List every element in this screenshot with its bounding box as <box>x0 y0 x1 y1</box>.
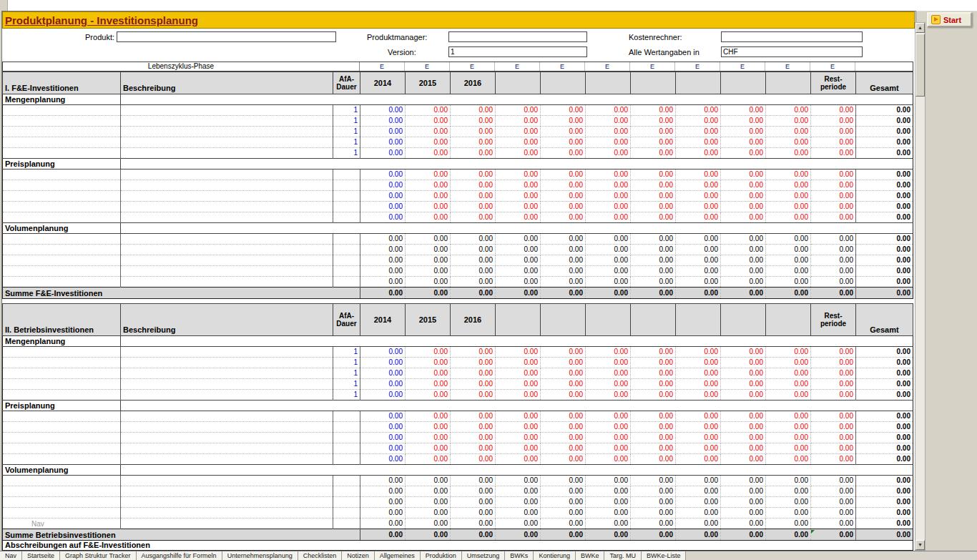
row-name-cell[interactable] <box>3 422 121 433</box>
value-cell[interactable]: 0.00 <box>406 180 451 191</box>
value-cell[interactable]: 0.00 <box>631 105 676 116</box>
value-cell[interactable]: 0.00 <box>496 234 541 245</box>
value-cell[interactable]: 0.00 <box>676 368 721 379</box>
value-cell[interactable]: 0.00 <box>496 497 541 508</box>
value-cell[interactable]: 0.00 <box>676 255 721 266</box>
afa-value-cell[interactable] <box>333 411 360 422</box>
row-name-cell[interactable] <box>3 277 121 288</box>
row-name-cell[interactable] <box>3 486 121 497</box>
value-cell[interactable]: 0.00 <box>811 127 856 137</box>
value-cell[interactable]: 0.00 <box>541 476 586 486</box>
value-cell[interactable]: 0.00 <box>676 379 721 390</box>
gesamt-value-cell[interactable]: 0.00 <box>856 191 913 202</box>
value-cell[interactable]: 0.00 <box>811 368 856 379</box>
value-cell[interactable]: 0.00 <box>541 255 586 266</box>
value-cell[interactable]: 0.00 <box>496 170 541 180</box>
value-cell[interactable]: 0.00 <box>586 379 631 390</box>
value-cell[interactable]: 0.00 <box>451 234 496 245</box>
value-cell[interactable]: 0.00 <box>811 202 856 212</box>
value-cell[interactable]: 0.00 <box>811 277 856 288</box>
value-cell[interactable]: 0.00 <box>811 379 856 390</box>
row-name-cell[interactable] <box>3 454 121 465</box>
value-cell[interactable]: 0.00 <box>496 476 541 486</box>
value-cell[interactable]: 0.00 <box>631 277 676 288</box>
beschreibung-cell[interactable] <box>121 454 333 465</box>
value-cell[interactable]: 0.00 <box>766 255 811 266</box>
value-cell[interactable]: 0.00 <box>541 212 586 223</box>
row-name-cell[interactable] <box>3 191 121 202</box>
value-cell[interactable]: 0.00 <box>586 245 631 255</box>
value-cell[interactable]: 0.00 <box>631 255 676 266</box>
value-cell[interactable]: 0.00 <box>586 137 631 148</box>
value-cell[interactable]: 0.00 <box>586 255 631 266</box>
afa-value-cell[interactable] <box>333 255 360 266</box>
value-cell[interactable]: 0.00 <box>631 170 676 180</box>
value-cell[interactable]: 0.00 <box>811 508 856 519</box>
row-name-cell[interactable] <box>3 202 121 212</box>
sheet-tab[interactable]: Notizen <box>342 551 375 560</box>
value-cell[interactable]: 0.00 <box>451 454 496 465</box>
gesamt-value-cell[interactable]: 0.00 <box>856 508 913 519</box>
value-cell[interactable]: 0.00 <box>811 212 856 223</box>
value-cell[interactable]: 0.00 <box>631 245 676 255</box>
value-cell[interactable]: 0.00 <box>360 127 406 137</box>
value-cell[interactable]: 0.00 <box>766 191 811 202</box>
value-cell[interactable]: 0.00 <box>406 105 451 116</box>
value-cell[interactable]: 0.00 <box>766 170 811 180</box>
gesamt-value-cell[interactable]: 0.00 <box>856 255 913 266</box>
vertical-scrollbar[interactable]: ▲ ▼ <box>915 22 926 551</box>
value-cell[interactable]: 0.00 <box>451 433 496 443</box>
value-cell[interactable]: 0.00 <box>676 245 721 255</box>
beschreibung-cell[interactable] <box>121 212 333 223</box>
value-cell[interactable]: 0.00 <box>496 266 541 277</box>
row-name-cell[interactable] <box>3 105 121 116</box>
value-cell[interactable]: 0.00 <box>541 191 586 202</box>
value-cell[interactable]: 0.00 <box>496 277 541 288</box>
value-cell[interactable]: 0.00 <box>676 411 721 422</box>
value-cell[interactable]: 0.00 <box>721 180 766 191</box>
value-cell[interactable]: 0.00 <box>406 379 451 390</box>
value-cell[interactable]: 0.00 <box>406 390 451 401</box>
beschreibung-cell[interactable] <box>121 411 333 422</box>
value-cell[interactable]: 0.00 <box>541 266 586 277</box>
value-cell[interactable]: 0.00 <box>721 212 766 223</box>
value-cell[interactable]: 0.00 <box>721 116 766 127</box>
value-cell[interactable]: 0.00 <box>586 411 631 422</box>
gesamt-value-cell[interactable]: 0.00 <box>856 411 913 422</box>
value-cell[interactable]: 0.00 <box>631 234 676 245</box>
value-cell[interactable]: 0.00 <box>811 486 856 497</box>
value-cell[interactable]: 0.00 <box>721 476 766 486</box>
value-cell[interactable]: 0.00 <box>406 519 451 529</box>
value-cell[interactable]: 0.00 <box>721 379 766 390</box>
value-cell[interactable]: 0.00 <box>676 519 721 529</box>
value-cell[interactable]: 0.00 <box>721 127 766 137</box>
value-cell[interactable]: 0.00 <box>496 202 541 212</box>
value-cell[interactable]: 0.00 <box>586 476 631 486</box>
beschreibung-cell[interactable] <box>121 202 333 212</box>
value-cell[interactable]: 0.00 <box>406 255 451 266</box>
value-cell[interactable]: 0.00 <box>631 116 676 127</box>
value-cell[interactable]: 0.00 <box>541 245 586 255</box>
value-cell[interactable]: 0.00 <box>766 443 811 454</box>
value-cell[interactable]: 0.00 <box>451 390 496 401</box>
value-cell[interactable]: 0.00 <box>360 116 406 127</box>
value-cell[interactable]: 0.00 <box>360 245 406 255</box>
value-cell[interactable]: 0.00 <box>451 202 496 212</box>
value-cell[interactable]: 0.00 <box>406 347 451 358</box>
beschreibung-cell[interactable] <box>121 137 333 148</box>
scroll-up-icon[interactable]: ▲ <box>915 23 925 33</box>
value-cell[interactable]: 0.00 <box>676 266 721 277</box>
value-cell[interactable]: 0.00 <box>676 105 721 116</box>
value-cell[interactable]: 0.00 <box>496 443 541 454</box>
row-name-cell[interactable] <box>3 170 121 180</box>
value-cell[interactable]: 0.00 <box>360 443 406 454</box>
value-cell[interactable]: 0.00 <box>451 497 496 508</box>
beschreibung-cell[interactable] <box>121 127 333 137</box>
value-cell[interactable]: 0.00 <box>360 368 406 379</box>
value-cell[interactable]: 0.00 <box>631 180 676 191</box>
value-cell[interactable]: 0.00 <box>676 390 721 401</box>
value-cell[interactable]: 0.00 <box>360 433 406 443</box>
value-cell[interactable]: 0.00 <box>676 508 721 519</box>
afa-value-cell[interactable] <box>333 443 360 454</box>
value-cell[interactable]: 0.00 <box>496 347 541 358</box>
